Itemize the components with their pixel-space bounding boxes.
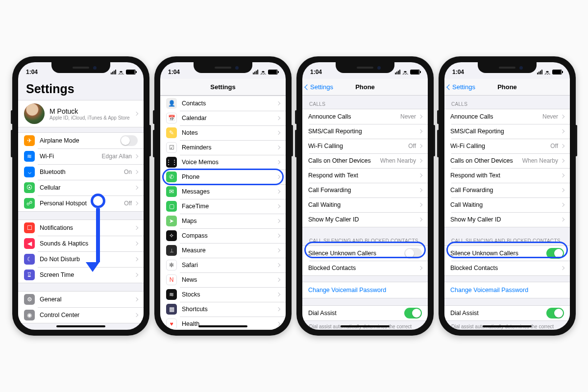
row-silence-unknown-callers[interactable]: Silence Unknown Callers (302, 246, 428, 261)
avatar (24, 103, 45, 124)
row-show-my-caller-id[interactable]: Show My Caller ID (302, 212, 428, 227)
home-indicator[interactable] (56, 325, 105, 327)
row-calls-on-other-devices[interactable]: Calls on Other DevicesWhen Nearby (302, 153, 428, 168)
row-label: Calls on Other Devices (450, 157, 522, 164)
settings-row-cellular[interactable]: ⦿Cellular (18, 180, 144, 196)
chevron-right-icon (561, 188, 564, 192)
settings-row-maps[interactable]: ➤Maps (160, 214, 286, 228)
row-call-waiting[interactable]: Call Waiting (302, 197, 428, 212)
cellular-icon: ⦿ (24, 182, 35, 193)
settings-row-calendar[interactable]: 📅Calendar (160, 111, 286, 125)
nav-bar: Settings Phone (444, 79, 570, 96)
settings-row-voice-memos[interactable]: ⋮⋮Voice Memos (160, 155, 286, 170)
row-value: Never (400, 113, 416, 120)
settings-row-facetime[interactable]: ▢FaceTime (160, 199, 286, 214)
chevron-right-icon (134, 297, 138, 301)
page-title: Settings (18, 79, 144, 100)
settings-row-news[interactable]: NNews (160, 272, 286, 287)
settings-row-stocks[interactable]: ≋Stocks (160, 287, 286, 302)
row-label: Safari (182, 262, 277, 269)
settings-row-shortcuts[interactable]: ▦Shortcuts (160, 302, 286, 317)
settings-row-phone[interactable]: ✆Phone (160, 170, 286, 184)
row-respond-with-text[interactable]: Respond with Text (302, 168, 428, 183)
row-label: Blocked Contacts (308, 265, 419, 271)
home-indicator[interactable] (341, 325, 390, 327)
chevron-right-icon (134, 170, 138, 174)
toggle-switch[interactable] (404, 248, 422, 259)
chevron-right-icon (561, 144, 564, 148)
settings-row-compass[interactable]: ✧Compass (160, 228, 286, 243)
settings-row-health[interactable]: ♥︎Health (160, 317, 286, 330)
toggle-switch[interactable] (120, 135, 138, 146)
nav-bar: Settings Phone (302, 79, 428, 96)
row-dial-assist[interactable]: Dial Assist (302, 306, 428, 320)
reminders-icon: ☑︎ (166, 142, 177, 153)
settings-row-screen-time[interactable]: ⌛︎Screen Time (18, 267, 144, 283)
settings-row-measure[interactable]: ⟂Measure (160, 243, 286, 258)
row-announce-calls[interactable]: Announce CallsNever (444, 109, 570, 124)
section-header-silencing: CALL SILENCING AND BLOCKED CONTACTS (444, 232, 570, 245)
chevron-right-icon (276, 322, 280, 326)
change-voicemail-password[interactable]: Change Voicemail Password (302, 282, 428, 298)
status-time: 1:04 (168, 69, 180, 75)
nav-title: Phone (355, 83, 375, 91)
chevron-right-icon (418, 115, 422, 119)
settings-row-notes[interactable]: ✎Notes (160, 125, 286, 140)
home-indicator[interactable] (198, 325, 247, 327)
row-label: Contacts (182, 100, 277, 107)
row-call-waiting[interactable]: Call Waiting (444, 197, 570, 212)
chevron-right-icon (276, 131, 280, 135)
contacts-icon: 👤 (166, 98, 177, 109)
chevron-right-icon (276, 146, 280, 149)
row-wi-fi-calling[interactable]: Wi-Fi CallingOff (302, 139, 428, 153)
row-show-my-caller-id[interactable]: Show My Caller ID (444, 212, 570, 227)
row-sms-call-reporting[interactable]: SMS/Call Reporting (302, 124, 428, 139)
row-respond-with-text[interactable]: Respond with Text (444, 168, 570, 183)
chevron-right-icon (561, 218, 564, 221)
row-blocked-contacts[interactable]: Blocked Contacts (302, 261, 428, 275)
settings-row-airplane-mode[interactable]: ✈︎Airplane Mode (18, 133, 144, 148)
stocks-icon: ≋ (166, 289, 177, 300)
settings-row-safari[interactable]: ✻Safari (160, 258, 286, 272)
row-call-forwarding[interactable]: Call Forwarding (302, 183, 428, 197)
settings-row-reminders[interactable]: ☑︎Reminders (160, 140, 286, 155)
row-silence-unknown-callers[interactable]: Silence Unknown Callers (444, 246, 570, 261)
settings-row-bluetooth[interactable]: ⌵BluetoothOn (18, 164, 144, 180)
row-announce-calls[interactable]: Announce CallsNever (302, 109, 428, 124)
back-button[interactable]: Settings (447, 83, 475, 91)
settings-row-personal-hotspot[interactable]: ☍Personal HotspotOff (18, 196, 144, 211)
toggle-switch[interactable] (546, 248, 564, 259)
row-label: Blocked Contacts (450, 265, 561, 271)
chevron-right-icon (276, 263, 280, 267)
change-voicemail-password[interactable]: Change Voicemail Password (444, 282, 570, 298)
settings-row-wi-fi[interactable]: ≋Wi-FiEdgar Allan (18, 148, 144, 164)
apple-id-cell[interactable]: M PotuckApple ID, iCloud, iTunes & App S… (18, 100, 144, 127)
row-value: Off (408, 143, 416, 149)
home-indicator[interactable] (483, 325, 532, 327)
chevron-right-icon (418, 129, 422, 133)
row-calls-on-other-devices[interactable]: Calls on Other DevicesWhen Nearby (444, 153, 570, 168)
row-label: Stocks (182, 291, 277, 298)
settings-row-sounds-haptics[interactable]: ◀︎Sounds & Haptics (18, 236, 144, 251)
row-label: Silence Unknown Callers (308, 250, 404, 257)
settings-row-general[interactable]: ⚙︎General (18, 292, 144, 307)
row-label: Bluetooth (40, 169, 124, 175)
settings-row-messages[interactable]: ✉︎Messages (160, 184, 286, 199)
toggle-switch[interactable] (404, 308, 422, 318)
settings-row-notifications[interactable]: ☐Notifications (18, 220, 144, 236)
nav-bar: Settings (160, 79, 286, 96)
row-sms-call-reporting[interactable]: SMS/Call Reporting (444, 124, 570, 139)
toggle-switch[interactable] (546, 308, 564, 318)
row-dial-assist[interactable]: Dial Assist (444, 306, 570, 320)
settings-row-control-center[interactable]: ◉Control Center (18, 307, 144, 323)
row-value: When Nearby (380, 157, 416, 164)
settings-row-contacts[interactable]: 👤Contacts (160, 96, 286, 111)
row-call-forwarding[interactable]: Call Forwarding (444, 183, 570, 197)
row-wi-fi-calling[interactable]: Wi-Fi CallingOff (444, 139, 570, 153)
row-label: Announce Calls (308, 113, 400, 120)
row-label: Change Voicemail Password (450, 287, 564, 294)
row-blocked-contacts[interactable]: Blocked Contacts (444, 261, 570, 275)
back-button[interactable]: Settings (305, 83, 333, 91)
settings-row-do-not-disturb[interactable]: ☾Do Not Disturb (18, 251, 144, 267)
row-label: Phone (182, 173, 277, 180)
